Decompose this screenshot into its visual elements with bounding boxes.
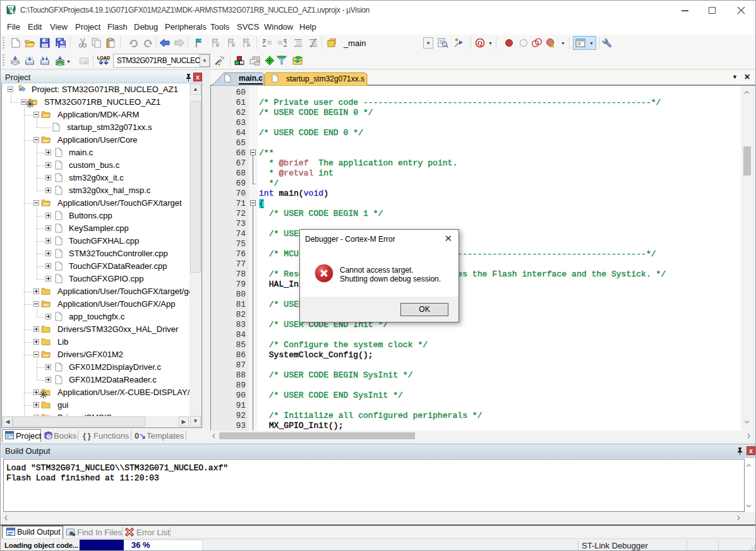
svg-text:5: 5: [13, 10, 15, 15]
svg-text:?: ?: [48, 434, 51, 439]
svg-text:Q: Q: [477, 40, 483, 47]
